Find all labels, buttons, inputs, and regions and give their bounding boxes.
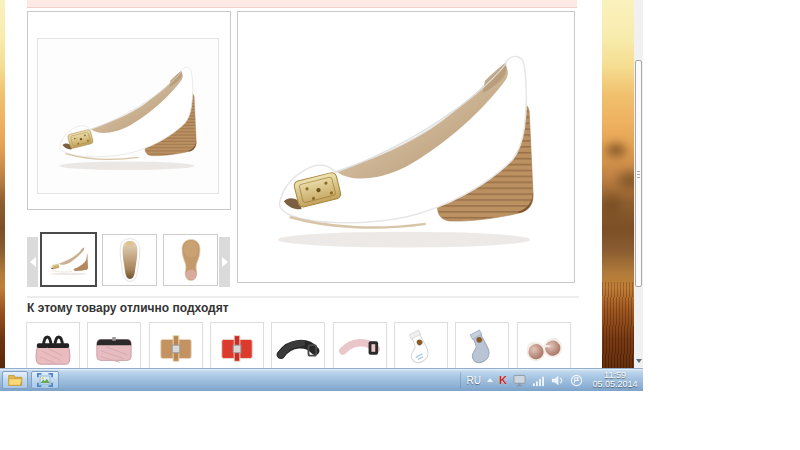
related-item-black-belt[interactable] <box>271 322 325 368</box>
shoe-main-image[interactable] <box>238 12 574 282</box>
network-signal-icon[interactable] <box>532 374 545 387</box>
thumbnail-sole-view[interactable] <box>163 234 218 286</box>
sunglasses-icon <box>521 328 567 368</box>
related-item-tan-wallet[interactable] <box>149 322 203 368</box>
promo-banner-strip <box>27 0 577 8</box>
browser-viewport: К этому товару отлично подходят <box>0 0 643 368</box>
related-item-red-wallet[interactable] <box>210 322 264 368</box>
taskbar-button-photo-viewer[interactable] <box>31 371 59 389</box>
pink-belt-icon <box>337 328 383 368</box>
system-tray: RU K 11:59 <box>460 369 641 391</box>
tan-wallet-icon <box>153 328 199 368</box>
shoe-preview-image <box>38 40 218 192</box>
taskbar-clock[interactable]: 11:59 05.05.2014 <box>589 371 641 390</box>
clock-date: 05.05.2014 <box>589 380 641 390</box>
shoe-top-thumb-image <box>115 237 145 283</box>
related-products-heading: К этому товару отлично подходят <box>27 301 229 315</box>
sleeve-icon <box>91 328 137 368</box>
gallery-main-box <box>237 11 575 283</box>
shoe-sole-thumb-image <box>176 237 206 283</box>
windows-explorer-icon <box>6 372 24 388</box>
thumbnail-side-view[interactable] <box>40 232 97 287</box>
shoe-side-thumb-image <box>44 238 94 282</box>
thumbnail-insole-top-view[interactable] <box>102 234 157 286</box>
section-divider <box>27 296 579 298</box>
red-wallet-icon <box>214 328 260 368</box>
tray-divider <box>460 372 461 388</box>
chevron-down-icon <box>636 359 642 363</box>
related-item-pink-laptop-sleeve[interactable] <box>87 322 141 368</box>
windows-taskbar: RU K 11:59 <box>0 368 643 391</box>
kaspersky-icon[interactable]: K <box>499 374 507 386</box>
volume-icon[interactable] <box>551 374 564 387</box>
related-item-white-socks[interactable] <box>394 322 448 368</box>
desktop-screenshot: К этому товару отлично подходят <box>0 0 800 450</box>
scrollbar-grip-icon <box>637 171 640 172</box>
chevron-right-icon <box>222 257 228 267</box>
chevron-left-icon <box>30 257 36 267</box>
black-belt-icon <box>275 328 321 368</box>
show-hidden-icons-icon[interactable] <box>487 378 493 382</box>
related-item-pink-black-handbag[interactable] <box>26 322 80 368</box>
white-sock-icon <box>398 328 444 368</box>
gray-sock-icon <box>459 328 505 368</box>
carousel-prev-button[interactable] <box>27 237 38 287</box>
carousel-next-button[interactable] <box>219 237 230 287</box>
related-item-white-sunglasses[interactable] <box>517 322 571 368</box>
scrollbar-thumb[interactable] <box>635 60 642 287</box>
display-settings-icon[interactable] <box>513 374 526 387</box>
language-indicator[interactable]: RU <box>467 375 481 386</box>
scrollbar-down-button[interactable] <box>634 353 643 368</box>
page-content-column: К этому товару отлично подходят <box>5 0 602 368</box>
action-center-icon[interactable] <box>570 374 583 387</box>
handbag-icon <box>30 328 76 368</box>
gallery-preview-image[interactable] <box>37 38 219 194</box>
vertical-scrollbar[interactable] <box>634 0 643 368</box>
taskbar-button-windows-explorer[interactable] <box>2 371 28 389</box>
related-item-gray-socks[interactable] <box>455 322 509 368</box>
photo-viewer-icon <box>36 372 54 388</box>
related-item-pink-belt[interactable] <box>333 322 387 368</box>
gallery-preview-box <box>27 11 231 210</box>
